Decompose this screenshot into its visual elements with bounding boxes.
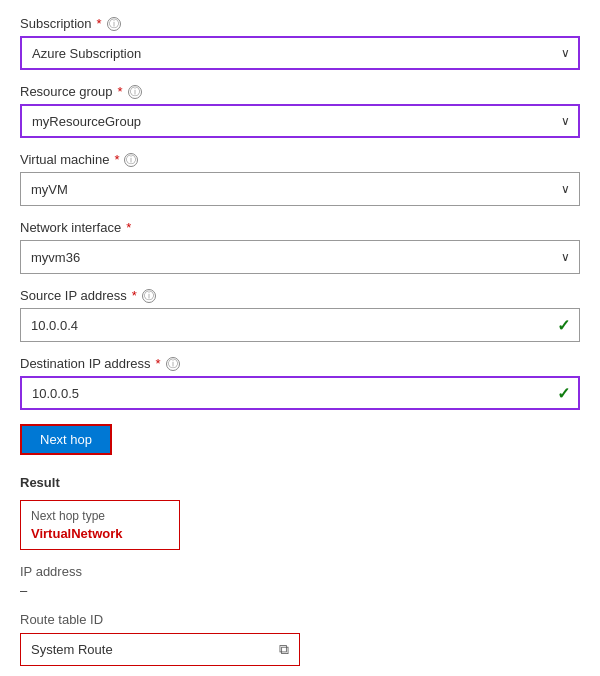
virtual-machine-select[interactable]: myVM	[20, 172, 580, 206]
route-table-id-label: Route table ID	[20, 612, 580, 627]
network-interface-select[interactable]: myvm36	[20, 240, 580, 274]
network-interface-field: Network interface * myvm36 ∨	[20, 220, 580, 274]
source-ip-field: Source IP address * ⓘ ✓	[20, 288, 580, 342]
ip-address-label: IP address	[20, 564, 580, 579]
result-section-label: Result	[20, 475, 580, 490]
destination-ip-input[interactable]	[20, 376, 580, 410]
next-hop-type-box: Next hop type VirtualNetwork	[20, 500, 180, 550]
destination-ip-input-wrapper: ✓	[20, 376, 580, 410]
subscription-info-icon[interactable]: ⓘ	[107, 17, 121, 31]
subscription-select[interactable]: Azure Subscription	[20, 36, 580, 70]
source-ip-required: *	[132, 288, 137, 303]
destination-ip-label-text: Destination IP address	[20, 356, 151, 371]
resource-group-select-wrapper: myResourceGroup ∨	[20, 104, 580, 138]
subscription-field: Subscription * ⓘ Azure Subscription ∨	[20, 16, 580, 70]
ip-address-value: –	[20, 583, 580, 598]
resource-group-info-icon[interactable]: ⓘ	[128, 85, 142, 99]
virtual-machine-required: *	[114, 152, 119, 167]
ip-address-section: IP address –	[20, 564, 580, 598]
source-ip-check-icon: ✓	[557, 316, 570, 335]
resource-group-field: Resource group * ⓘ myResourceGroup ∨	[20, 84, 580, 138]
source-ip-info-icon[interactable]: ⓘ	[142, 289, 156, 303]
subscription-label: Subscription * ⓘ	[20, 16, 580, 31]
result-section: Result Next hop type VirtualNetwork IP a…	[20, 475, 580, 666]
destination-ip-label: Destination IP address * ⓘ	[20, 356, 580, 371]
subscription-required: *	[97, 16, 102, 31]
virtual-machine-info-icon[interactable]: ⓘ	[124, 153, 138, 167]
source-ip-input-wrapper: ✓	[20, 308, 580, 342]
network-interface-label-text: Network interface	[20, 220, 121, 235]
virtual-machine-field: Virtual machine * ⓘ myVM ∨	[20, 152, 580, 206]
network-interface-label: Network interface *	[20, 220, 580, 235]
destination-ip-info-icon[interactable]: ⓘ	[166, 357, 180, 371]
source-ip-input[interactable]	[20, 308, 580, 342]
network-interface-required: *	[126, 220, 131, 235]
destination-ip-check-icon: ✓	[557, 384, 570, 403]
subscription-select-wrapper: Azure Subscription ∨	[20, 36, 580, 70]
subscription-label-text: Subscription	[20, 16, 92, 31]
virtual-machine-label-text: Virtual machine	[20, 152, 109, 167]
virtual-machine-label: Virtual machine * ⓘ	[20, 152, 580, 167]
network-interface-select-wrapper: myvm36 ∨	[20, 240, 580, 274]
source-ip-label: Source IP address * ⓘ	[20, 288, 580, 303]
resource-group-label-text: Resource group	[20, 84, 113, 99]
resource-group-label: Resource group * ⓘ	[20, 84, 580, 99]
resource-group-required: *	[118, 84, 123, 99]
copy-icon[interactable]: ⧉	[279, 641, 289, 658]
destination-ip-required: *	[156, 356, 161, 371]
route-table-value: System Route	[31, 642, 113, 657]
hop-type-value: VirtualNetwork	[31, 526, 169, 541]
route-table-box: System Route ⧉	[20, 633, 300, 666]
next-hop-button[interactable]: Next hop	[20, 424, 112, 455]
destination-ip-field: Destination IP address * ⓘ ✓	[20, 356, 580, 410]
resource-group-select[interactable]: myResourceGroup	[20, 104, 580, 138]
virtual-machine-select-wrapper: myVM ∨	[20, 172, 580, 206]
route-table-section: Route table ID System Route ⧉	[20, 612, 580, 666]
source-ip-label-text: Source IP address	[20, 288, 127, 303]
hop-type-label: Next hop type	[31, 509, 169, 523]
